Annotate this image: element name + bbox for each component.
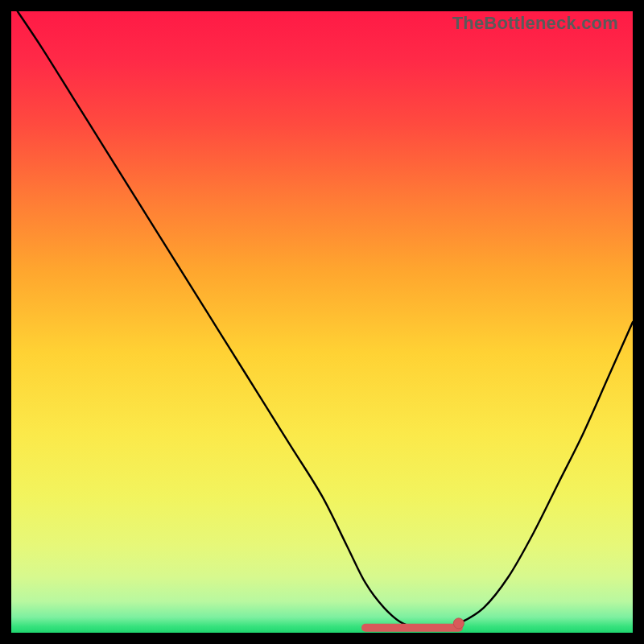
chart-background-gradient [11,11,633,633]
svg-rect-0 [11,11,633,633]
chart-frame: TheBottleneck.com [11,11,633,633]
watermark-text: TheBottleneck.com [452,13,618,34]
